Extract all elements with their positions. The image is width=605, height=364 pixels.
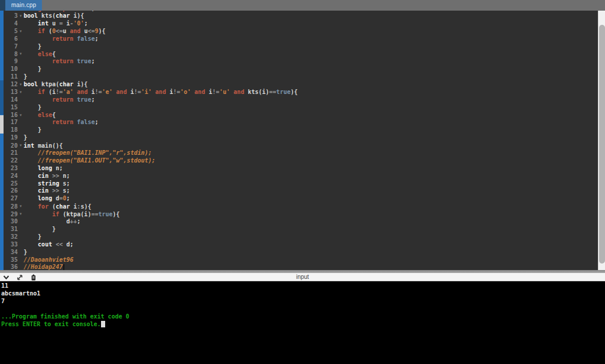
- line-number: 30: [4, 218, 18, 226]
- resize-console-icon[interactable]: [17, 274, 23, 281]
- line-number: 9: [4, 58, 18, 66]
- line-number: 28: [4, 203, 18, 211]
- code-line: 14 return true;: [0, 96, 598, 104]
- code-line: 18 }: [0, 126, 598, 134]
- code-line: 4 int u = i-'0';: [0, 20, 598, 28]
- left-scrollbar-thumb[interactable]: [0, 115, 4, 134]
- code-line: 11}: [0, 73, 598, 81]
- code-line: 9 return true;: [0, 58, 598, 66]
- line-number: 13: [4, 89, 18, 96]
- line-number: 14: [4, 96, 18, 104]
- fold-arrow-icon[interactable]: ▾: [18, 12, 24, 20]
- line-number: 2: [4, 11, 18, 12]
- console-output[interactable]: 11abcsmartno17...Program finished with e…: [0, 281, 605, 364]
- code-line: 8▾ else{: [0, 50, 598, 58]
- line-number: 4: [4, 20, 18, 28]
- fold-arrow-icon[interactable]: ▾: [18, 28, 24, 35]
- line-number: 12: [4, 81, 18, 89]
- code-line: 2using namespace std;: [0, 11, 598, 12]
- code-line: 16▾ else{: [0, 112, 598, 119]
- code-line: 10 }: [0, 66, 598, 73]
- code-line: 29▾ if (ktpa(i)==true){: [0, 210, 598, 218]
- line-number: 19: [4, 134, 18, 142]
- line-number: 6: [4, 35, 18, 43]
- line-number: 27: [4, 195, 18, 203]
- line-number: 24: [4, 173, 18, 180]
- code-line: 5▾ if (0<=u and u<=9){: [0, 28, 598, 35]
- tab-bar-corner: [0, 0, 5, 11]
- line-number: 10: [4, 66, 18, 73]
- line-number: 16: [4, 112, 18, 119]
- line-number: 5: [4, 28, 18, 35]
- code-line: 13▾ if (i!='a' and i!='e' and i!='i' and…: [0, 89, 598, 96]
- console-line: ...Program finished with exit code 0: [1, 313, 605, 320]
- code-line: 35//Daoanhviet96: [0, 256, 598, 264]
- code-line: 3▾bool kts(char i){: [0, 12, 598, 20]
- tab-bar: main.cpp: [0, 0, 605, 11]
- code-line: 31 }: [0, 226, 598, 233]
- clear-console-icon[interactable]: [30, 274, 37, 281]
- fold-arrow-icon[interactable]: ▾: [18, 142, 24, 150]
- code-line: 27 long d=0;: [0, 195, 598, 203]
- line-number: 34: [4, 249, 18, 256]
- code-line: 7 }: [0, 43, 598, 51]
- line-number: 29: [4, 211, 18, 219]
- code-line: 36//Hoidap247: [0, 264, 598, 270]
- console-line: [1, 305, 605, 313]
- console-line: abcsmartno1: [1, 290, 605, 297]
- code-line: 17 return false;: [0, 119, 598, 126]
- fold-arrow-icon[interactable]: ▾: [18, 81, 24, 89]
- line-number: 32: [4, 233, 18, 241]
- line-number: 25: [4, 180, 18, 188]
- code-line: 15 }: [0, 104, 598, 112]
- line-number: 22: [4, 157, 18, 165]
- collapse-console-icon[interactable]: [3, 274, 9, 281]
- code-line: 24 cin >> n;: [0, 173, 598, 180]
- code-line: 26 cin >> s;: [0, 187, 598, 195]
- line-number: 17: [4, 119, 18, 126]
- code-line: 22 //freopen("BAI1.OUT","w",stdout);: [0, 157, 598, 165]
- line-number: 31: [4, 226, 18, 233]
- line-number: 21: [4, 150, 18, 157]
- fold-arrow-icon[interactable]: ▾: [18, 210, 24, 218]
- console-lines: 11abcsmartno17...Program finished with e…: [1, 282, 605, 328]
- code-line: 33 cout << d;: [0, 241, 598, 249]
- console-line: 7: [1, 297, 605, 305]
- line-number: 36: [4, 264, 18, 270]
- code-line: 28▾ for (char i:s){: [0, 203, 598, 210]
- console-input-label: input: [0, 274, 605, 280]
- code-line: 19}: [0, 134, 598, 142]
- line-number: 33: [4, 241, 18, 249]
- line-number: 23: [4, 165, 18, 173]
- fold-arrow-icon[interactable]: ▾: [18, 203, 24, 210]
- code-line: 32 }: [0, 233, 598, 241]
- line-number: 20: [4, 142, 18, 150]
- code-line: 20▾int main(){: [0, 142, 598, 150]
- fold-arrow-icon[interactable]: ▾: [18, 89, 24, 96]
- left-scrollbar-shade: [0, 80, 4, 115]
- editor-scrollbar[interactable]: [598, 11, 605, 273]
- line-number: 11: [4, 73, 18, 81]
- console-line: Press ENTER to exit console.: [1, 320, 605, 328]
- code-editor[interactable]: 2using namespace std;3▾bool kts(char i){…: [0, 11, 598, 270]
- editor-scrollbar-thumb[interactable]: [599, 25, 605, 264]
- code-line: 25 string s;: [0, 180, 598, 188]
- console-line: 11: [1, 282, 605, 290]
- line-number: 35: [4, 256, 18, 264]
- line-number: 3: [4, 12, 18, 20]
- tab-main-cpp[interactable]: main.cpp: [5, 0, 42, 11]
- left-scrollbar[interactable]: [0, 11, 4, 270]
- line-number: 15: [4, 104, 18, 112]
- editor-text-cursor: [63, 264, 64, 270]
- fold-arrow-icon[interactable]: ▾: [18, 112, 24, 119]
- console-block-cursor: [101, 321, 105, 327]
- code-line: 34}: [0, 249, 598, 256]
- code-line: 30 d++;: [0, 218, 598, 226]
- code-line: 12▾bool ktpa(char i){: [0, 81, 598, 89]
- line-number: 8: [4, 51, 18, 58]
- fold-arrow-icon[interactable]: ▾: [18, 50, 24, 58]
- code-line: 21 //freopen("BAI1.INP","r",stdin);: [0, 150, 598, 157]
- code-lines: 2using namespace std;3▾bool kts(char i){…: [0, 11, 598, 270]
- code-line: 6 return false;: [0, 35, 598, 43]
- line-number: 26: [4, 187, 18, 195]
